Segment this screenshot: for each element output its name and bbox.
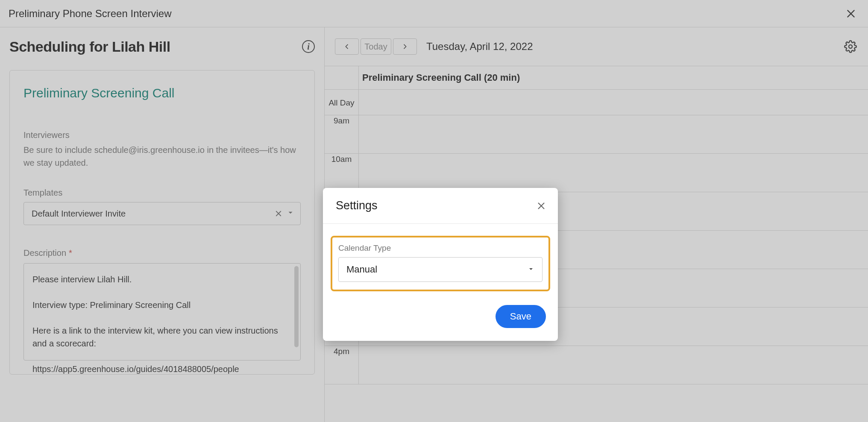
description-label: Description* — [23, 248, 301, 258]
calendar-allday-cell[interactable] — [359, 90, 868, 115]
templates-label: Templates — [23, 188, 301, 198]
chevron-down-icon — [528, 264, 534, 275]
left-panel: Scheduling for Lilah Hill i Preliminary … — [0, 27, 325, 422]
chevron-down-icon[interactable] — [287, 209, 294, 219]
template-clear-icon[interactable] — [275, 210, 282, 217]
card-title: Preliminary Screening Call — [23, 86, 301, 100]
info-icon[interactable]: i — [302, 40, 315, 53]
close-button[interactable] — [844, 7, 858, 21]
timeslot-label: 9am — [325, 115, 359, 153]
calendar-type-label: Calendar Type — [338, 243, 542, 253]
calendar-cell[interactable] — [359, 115, 868, 153]
calendar-date: Tuesday, April 12, 2022 — [426, 41, 533, 53]
calendar-nav: Today — [335, 38, 417, 55]
calendar-row: 10am — [325, 154, 868, 192]
timeslot-label: 4pm — [325, 346, 359, 384]
allday-label: All Day — [325, 90, 359, 115]
modal-close-button[interactable] — [537, 201, 546, 211]
template-select[interactable]: Default Interviewer Invite — [23, 202, 301, 225]
svg-point-4 — [849, 45, 852, 48]
calendar-allday-row: All Day — [325, 90, 868, 115]
calendar-type-highlight: Calendar Type Manual — [331, 236, 550, 291]
interview-card: Preliminary Screening Call Interviewers … — [9, 70, 315, 375]
calendar-type-value: Manual — [346, 264, 377, 275]
calendar-column-header: Preliminary Screening Call (20 min) — [359, 66, 868, 89]
title-bar: Preliminary Phone Screen Interview — [0, 0, 868, 27]
required-star: * — [69, 248, 72, 258]
timeslot-label: 10am — [325, 154, 359, 192]
description-text: Please interview Lilah Hill. Interview t… — [24, 264, 300, 385]
calendar-column-header-row: Preliminary Screening Call (20 min) — [325, 66, 868, 90]
window-title: Preliminary Phone Screen Interview — [9, 8, 172, 20]
settings-modal: Settings Calendar Type Manual Save — [323, 188, 558, 341]
today-button[interactable]: Today — [361, 38, 391, 55]
description-textarea[interactable]: Please interview Lilah Hill. Interview t… — [23, 263, 301, 360]
modal-title: Settings — [336, 199, 378, 212]
calendar-row: 9am — [325, 115, 868, 154]
calendar-cell[interactable] — [359, 154, 868, 192]
calendar-row: 4pm — [325, 346, 868, 384]
interviewers-label: Interviewers — [23, 130, 301, 140]
gear-icon[interactable] — [844, 40, 857, 53]
scheduling-headline: Scheduling for Lilah Hill — [9, 38, 170, 55]
template-value: Default Interviewer Invite — [32, 209, 126, 219]
save-button[interactable]: Save — [496, 305, 546, 328]
interviewers-hint: Be sure to include schedule@iris.greenho… — [23, 144, 301, 169]
next-day-button[interactable] — [393, 38, 417, 55]
calendar-type-select[interactable]: Manual — [338, 257, 542, 282]
prev-day-button[interactable] — [335, 38, 359, 55]
description-scrollbar[interactable] — [294, 266, 299, 347]
calendar-cell[interactable] — [359, 346, 868, 384]
